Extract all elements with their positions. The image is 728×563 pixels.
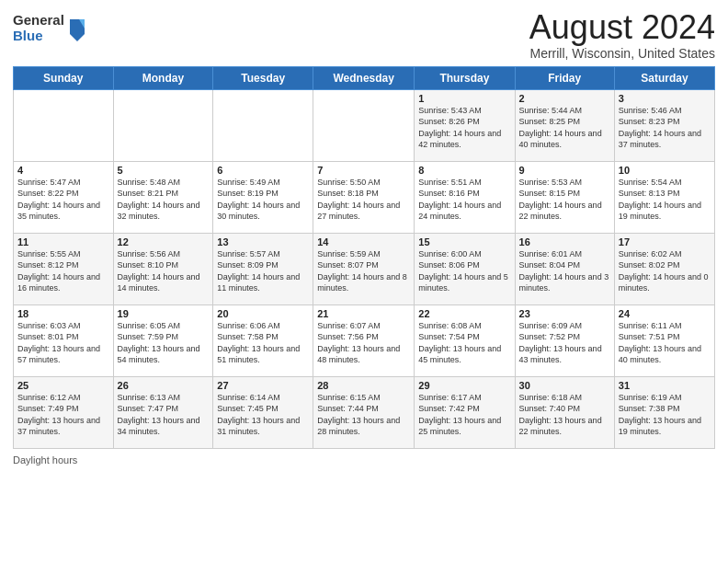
day-info: Sunrise: 5:54 AM Sunset: 8:13 PM Dayligh… <box>619 177 711 223</box>
title-area: August 2024 Merrill, Wisconsin, United S… <box>529 9 715 61</box>
day-number: 31 <box>619 380 711 391</box>
calendar-cell: 19Sunrise: 6:05 AM Sunset: 7:59 PM Dayli… <box>113 304 213 376</box>
day-header-monday: Monday <box>113 66 213 89</box>
day-header-saturday: Saturday <box>614 66 714 89</box>
day-info: Sunrise: 6:06 AM Sunset: 7:58 PM Dayligh… <box>217 320 309 366</box>
day-number: 8 <box>418 165 510 176</box>
day-number: 26 <box>118 380 210 391</box>
calendar-cell: 27Sunrise: 6:14 AM Sunset: 7:45 PM Dayli… <box>213 376 313 448</box>
calendar-cell: 26Sunrise: 6:13 AM Sunset: 7:47 PM Dayli… <box>113 376 213 448</box>
day-header-tuesday: Tuesday <box>213 66 313 89</box>
day-info: Sunrise: 5:44 AM Sunset: 8:25 PM Dayligh… <box>519 105 610 151</box>
day-header-friday: Friday <box>515 66 614 89</box>
calendar-cell: 21Sunrise: 6:07 AM Sunset: 7:56 PM Dayli… <box>313 304 415 376</box>
logo-general: General <box>13 13 64 29</box>
day-number: 1 <box>418 93 510 104</box>
day-info: Sunrise: 6:09 AM Sunset: 7:52 PM Dayligh… <box>519 320 610 366</box>
day-number: 25 <box>17 380 109 391</box>
day-number: 2 <box>519 93 610 104</box>
calendar-cell: 14Sunrise: 5:59 AM Sunset: 8:07 PM Dayli… <box>313 233 415 304</box>
day-number: 29 <box>418 380 510 391</box>
day-info: Sunrise: 5:55 AM Sunset: 8:12 PM Dayligh… <box>17 248 109 294</box>
day-number: 30 <box>519 380 610 391</box>
day-header-sunday: Sunday <box>14 66 114 89</box>
day-header-thursday: Thursday <box>415 66 515 89</box>
day-number: 22 <box>418 308 510 319</box>
calendar-week-5: 25Sunrise: 6:12 AM Sunset: 7:49 PM Dayli… <box>14 376 715 448</box>
calendar-cell: 17Sunrise: 6:02 AM Sunset: 8:02 PM Dayli… <box>614 233 714 304</box>
day-number: 24 <box>619 308 711 319</box>
calendar-cell: 11Sunrise: 5:55 AM Sunset: 8:12 PM Dayli… <box>14 233 114 304</box>
day-info: Sunrise: 6:05 AM Sunset: 7:59 PM Dayligh… <box>118 320 210 366</box>
calendar-cell: 29Sunrise: 6:17 AM Sunset: 7:42 PM Dayli… <box>415 376 515 448</box>
day-info: Sunrise: 6:13 AM Sunset: 7:47 PM Dayligh… <box>118 392 210 438</box>
day-info: Sunrise: 6:03 AM Sunset: 8:01 PM Dayligh… <box>17 320 109 366</box>
logo-area: General Blue <box>13 9 88 43</box>
day-number: 18 <box>17 308 109 319</box>
day-number: 21 <box>317 308 410 319</box>
day-info: Sunrise: 6:12 AM Sunset: 7:49 PM Dayligh… <box>17 392 109 438</box>
calendar-cell: 31Sunrise: 6:19 AM Sunset: 7:38 PM Dayli… <box>614 376 714 448</box>
day-info: Sunrise: 5:59 AM Sunset: 8:07 PM Dayligh… <box>317 248 410 294</box>
day-info: Sunrise: 5:53 AM Sunset: 8:15 PM Dayligh… <box>519 177 610 223</box>
day-info: Sunrise: 6:18 AM Sunset: 7:40 PM Dayligh… <box>519 392 610 438</box>
day-info: Sunrise: 5:48 AM Sunset: 8:21 PM Dayligh… <box>118 177 210 223</box>
day-info: Sunrise: 6:07 AM Sunset: 7:56 PM Dayligh… <box>317 320 410 366</box>
logo-text: General Blue <box>13 13 64 43</box>
calendar-cell: 24Sunrise: 6:11 AM Sunset: 7:51 PM Dayli… <box>614 304 714 376</box>
subtitle: Merrill, Wisconsin, United States <box>529 46 715 61</box>
calendar-cell: 18Sunrise: 6:03 AM Sunset: 8:01 PM Dayli… <box>14 304 114 376</box>
day-info: Sunrise: 5:56 AM Sunset: 8:10 PM Dayligh… <box>118 248 210 294</box>
day-info: Sunrise: 5:49 AM Sunset: 8:19 PM Dayligh… <box>217 177 309 223</box>
logo-icon <box>66 16 88 41</box>
calendar-header-row: SundayMondayTuesdayWednesdayThursdayFrid… <box>14 66 715 89</box>
day-info: Sunrise: 5:47 AM Sunset: 8:22 PM Dayligh… <box>17 177 109 223</box>
calendar-week-1: 1Sunrise: 5:43 AM Sunset: 8:26 PM Daylig… <box>14 89 715 161</box>
page: General Blue August 2024 Merrill, Wiscon… <box>0 0 728 563</box>
calendar-cell: 12Sunrise: 5:56 AM Sunset: 8:10 PM Dayli… <box>113 233 213 304</box>
calendar-cell: 25Sunrise: 6:12 AM Sunset: 7:49 PM Dayli… <box>14 376 114 448</box>
calendar-cell: 30Sunrise: 6:18 AM Sunset: 7:40 PM Dayli… <box>515 376 614 448</box>
calendar-cell: 2Sunrise: 5:44 AM Sunset: 8:25 PM Daylig… <box>515 89 614 161</box>
calendar-week-4: 18Sunrise: 6:03 AM Sunset: 8:01 PM Dayli… <box>14 304 715 376</box>
calendar-cell: 28Sunrise: 6:15 AM Sunset: 7:44 PM Dayli… <box>313 376 415 448</box>
calendar-cell: 7Sunrise: 5:50 AM Sunset: 8:18 PM Daylig… <box>313 161 415 233</box>
day-number: 11 <box>17 236 109 247</box>
calendar-cell: 8Sunrise: 5:51 AM Sunset: 8:16 PM Daylig… <box>415 161 515 233</box>
calendar-cell: 15Sunrise: 6:00 AM Sunset: 8:06 PM Dayli… <box>415 233 515 304</box>
calendar-cell: 23Sunrise: 6:09 AM Sunset: 7:52 PM Dayli… <box>515 304 614 376</box>
day-number: 5 <box>118 165 210 176</box>
day-number: 16 <box>519 236 610 247</box>
day-info: Sunrise: 6:02 AM Sunset: 8:02 PM Dayligh… <box>619 248 711 294</box>
calendar-table: SundayMondayTuesdayWednesdayThursdayFrid… <box>13 66 715 449</box>
calendar-cell: 5Sunrise: 5:48 AM Sunset: 8:21 PM Daylig… <box>113 161 213 233</box>
day-number: 7 <box>317 165 410 176</box>
calendar-cell: 1Sunrise: 5:43 AM Sunset: 8:26 PM Daylig… <box>415 89 515 161</box>
day-info: Sunrise: 5:50 AM Sunset: 8:18 PM Dayligh… <box>317 177 410 223</box>
day-info: Sunrise: 6:15 AM Sunset: 7:44 PM Dayligh… <box>317 392 410 438</box>
calendar-cell: 13Sunrise: 5:57 AM Sunset: 8:09 PM Dayli… <box>213 233 313 304</box>
day-info: Sunrise: 5:51 AM Sunset: 8:16 PM Dayligh… <box>418 177 510 223</box>
calendar-cell: 16Sunrise: 6:01 AM Sunset: 8:04 PM Dayli… <box>515 233 614 304</box>
day-header-wednesday: Wednesday <box>313 66 415 89</box>
day-info: Sunrise: 6:17 AM Sunset: 7:42 PM Dayligh… <box>418 392 510 438</box>
calendar-cell: 10Sunrise: 5:54 AM Sunset: 8:13 PM Dayli… <box>614 161 714 233</box>
day-number: 23 <box>519 308 610 319</box>
calendar-week-2: 4Sunrise: 5:47 AM Sunset: 8:22 PM Daylig… <box>14 161 715 233</box>
calendar-cell: 20Sunrise: 6:06 AM Sunset: 7:58 PM Dayli… <box>213 304 313 376</box>
day-number: 9 <box>519 165 610 176</box>
day-info: Sunrise: 5:57 AM Sunset: 8:09 PM Dayligh… <box>217 248 309 294</box>
day-number: 27 <box>217 380 309 391</box>
day-info: Sunrise: 6:00 AM Sunset: 8:06 PM Dayligh… <box>418 248 510 294</box>
calendar-week-3: 11Sunrise: 5:55 AM Sunset: 8:12 PM Dayli… <box>14 233 715 304</box>
calendar-cell <box>313 89 415 161</box>
calendar-cell <box>113 89 213 161</box>
day-number: 14 <box>317 236 410 247</box>
day-info: Sunrise: 6:19 AM Sunset: 7:38 PM Dayligh… <box>619 392 711 438</box>
day-number: 13 <box>217 236 309 247</box>
day-info: Sunrise: 5:43 AM Sunset: 8:26 PM Dayligh… <box>418 105 510 151</box>
calendar-cell: 6Sunrise: 5:49 AM Sunset: 8:19 PM Daylig… <box>213 161 313 233</box>
calendar-cell: 3Sunrise: 5:46 AM Sunset: 8:23 PM Daylig… <box>614 89 714 161</box>
logo-blue: Blue <box>13 29 64 44</box>
day-info: Sunrise: 6:01 AM Sunset: 8:04 PM Dayligh… <box>519 248 610 294</box>
